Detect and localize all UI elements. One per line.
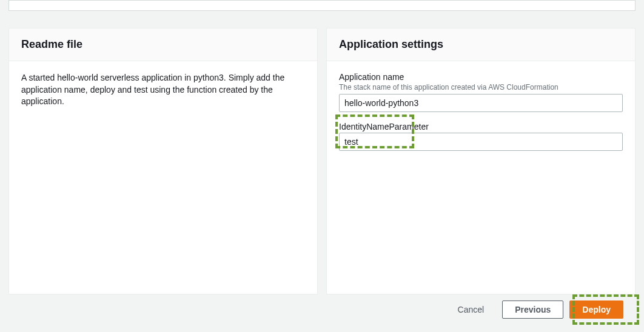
top-empty-box [8, 0, 636, 11]
identity-param-group: IdentityNameParameter [339, 122, 623, 151]
app-name-label: Application name [339, 72, 623, 82]
deploy-button[interactable]: Deploy [569, 300, 623, 319]
settings-header: Application settings [327, 28, 635, 61]
settings-title: Application settings [339, 38, 623, 51]
app-name-input[interactable] [339, 94, 623, 112]
readme-header: Readme file [9, 28, 317, 61]
app-name-hint: The stack name of this application creat… [339, 83, 623, 91]
readme-title: Readme file [21, 38, 305, 51]
identity-param-input[interactable] [339, 133, 623, 151]
previous-button[interactable]: Previous [502, 300, 563, 319]
app-name-group: Application name The stack name of this … [339, 72, 623, 112]
cancel-button[interactable]: Cancel [446, 301, 497, 318]
readme-panel: Readme file A started hello-world server… [8, 28, 318, 294]
footer-actions: Cancel Previous Deploy [8, 294, 636, 331]
readme-body-text: A started hello-world serverless applica… [21, 72, 305, 108]
identity-param-label: IdentityNameParameter [339, 122, 623, 131]
settings-panel: Application settings Application name Th… [326, 28, 636, 294]
